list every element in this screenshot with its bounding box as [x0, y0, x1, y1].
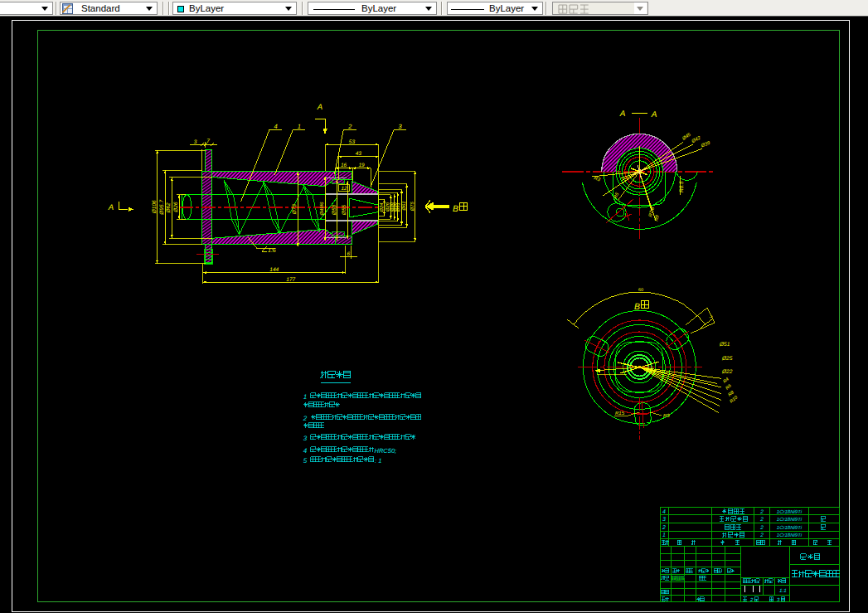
svg-text:1Cr18Ni9Ti: 1Cr18Ni9Ti	[777, 517, 803, 523]
svg-text:Ø25: Ø25	[721, 356, 733, 362]
svg-text:2: 2	[759, 517, 764, 523]
svg-text:4: 4	[662, 509, 666, 515]
svg-text:B: B	[453, 204, 458, 214]
svg-text:3: 3	[194, 139, 197, 145]
svg-text:2: 2	[749, 597, 754, 603]
svg-text:Ø58: Ø58	[332, 204, 337, 216]
svg-text:43: 43	[356, 151, 362, 157]
svg-text:1: 1	[662, 533, 666, 538]
svg-text:4: 4	[274, 123, 277, 130]
svg-text:Ø106: Ø106	[152, 200, 158, 214]
svg-text:2: 2	[759, 525, 764, 531]
svg-text:1:1: 1:1	[779, 588, 787, 594]
svg-text:3: 3	[399, 123, 403, 130]
svg-text:5: 5	[303, 457, 308, 465]
svg-text:1:6: 1:6	[268, 248, 276, 254]
svg-text:1Cr18Ni9Ti: 1Cr18Ni9Ti	[777, 509, 803, 515]
svg-text:Ø26: Ø26	[173, 202, 179, 213]
svg-text:Ø42: Ø42	[690, 134, 702, 144]
svg-text:HRC50;: HRC50;	[375, 447, 397, 455]
svg-text:Ø39: Ø39	[700, 140, 711, 149]
svg-text:7: 7	[206, 139, 210, 144]
svg-text:Ø75: Ø75	[410, 201, 415, 212]
svg-text:Ø51: Ø51	[396, 202, 402, 212]
svg-text:19: 19	[358, 163, 365, 168]
svg-text:A: A	[619, 109, 626, 119]
svg-text:A: A	[317, 103, 322, 112]
svg-text:1: 1	[298, 123, 301, 130]
svg-text:53: 53	[349, 139, 356, 145]
svg-text:Ø49f6: Ø49f6	[319, 202, 325, 216]
svg-text:177: 177	[286, 277, 295, 283]
svg-text:Ø22: Ø22	[721, 369, 733, 375]
svg-text:R8.5: R8.5	[679, 181, 685, 192]
svg-text:Ø24: Ø24	[379, 203, 385, 213]
svg-text:60: 60	[638, 288, 643, 293]
svg-text:R3: R3	[593, 175, 601, 182]
svg-text:2: 2	[303, 415, 308, 422]
svg-text:6: 6	[347, 251, 351, 257]
svg-text:3: 3	[662, 517, 666, 523]
svg-text:1Cr18Ni9Ti: 1Cr18Ni9Ti	[777, 533, 803, 538]
svg-text:R9: R9	[653, 214, 661, 222]
svg-text:1Cr18Ni9Ti: 1Cr18Ni9Ti	[777, 525, 803, 531]
svg-text:: 1: : 1	[375, 457, 381, 465]
svg-text:R15: R15	[615, 411, 625, 416]
svg-text:R3: R3	[663, 413, 670, 419]
svg-text:12: 12	[341, 186, 347, 192]
svg-text:A: A	[108, 203, 114, 212]
svg-text:Ø55: Ø55	[342, 204, 347, 216]
svg-text:2: 2	[662, 525, 666, 531]
svg-text:3: 3	[303, 435, 308, 442]
svg-text:Ø62: Ø62	[166, 202, 172, 214]
svg-text:1: 1	[303, 393, 307, 401]
svg-text:16: 16	[341, 163, 347, 168]
svg-text:Ø61: Ø61	[401, 201, 407, 211]
svg-text:2: 2	[347, 123, 352, 130]
svg-text:7: 7	[707, 315, 713, 320]
svg-text:4: 4	[303, 447, 308, 455]
svg-text:Ø51: Ø51	[719, 342, 730, 348]
svg-text:2: 2	[759, 533, 764, 538]
svg-text:A: A	[651, 110, 657, 119]
svg-text:R6: R6	[725, 383, 733, 392]
svg-text:Ø95.7: Ø95.7	[159, 200, 165, 216]
svg-text:144: 144	[269, 267, 279, 273]
svg-text:Ø73: Ø73	[292, 204, 298, 216]
svg-text:2: 2	[759, 509, 764, 515]
svg-text:B: B	[634, 302, 640, 312]
